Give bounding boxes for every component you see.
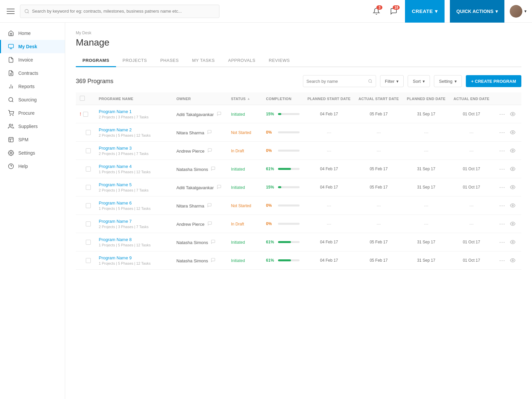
sidebar-item-home[interactable]: Home — [0, 27, 65, 40]
sidebar-item-procure[interactable]: Procure — [0, 106, 65, 120]
row-more-actions-button[interactable]: ⋯ — [497, 256, 507, 265]
sidebar-item-spm[interactable]: SPM — [0, 133, 65, 146]
row-view-button[interactable] — [508, 183, 517, 192]
create-program-button[interactable]: + CREATE PROGRAM — [466, 75, 521, 87]
setting-button[interactable]: Setting ▾ — [434, 75, 462, 87]
search-name-icon — [368, 79, 372, 83]
svg-point-24 — [512, 205, 513, 206]
program-name-link[interactable]: Program Name 1 — [99, 109, 132, 114]
tab-my_tasks[interactable]: MY TASKS — [186, 55, 221, 67]
row-checkbox[interactable] — [86, 167, 91, 172]
sidebar-item-invoice[interactable]: Invoice — [0, 53, 65, 66]
quick-actions-button[interactable]: QUICK ACTIONS ▾ — [450, 0, 504, 23]
row-checkbox[interactable] — [86, 240, 91, 245]
row-more-actions-button[interactable]: ⋯ — [497, 146, 507, 155]
row-view-button[interactable] — [508, 201, 517, 210]
row-more-actions-button[interactable]: ⋯ — [497, 183, 507, 192]
svg-point-11 — [10, 115, 11, 116]
planned-start-value: --- — [308, 203, 351, 208]
actual-start-cell: --- — [354, 123, 403, 142]
row-warning-cell: ! — [76, 105, 95, 123]
row-more-actions-button[interactable]: ⋯ — [497, 237, 507, 247]
program-name-link[interactable]: Program Name 9 — [99, 255, 132, 260]
global-search-input[interactable] — [32, 9, 215, 14]
filter-button[interactable]: Filter ▾ — [380, 75, 404, 87]
program-name-link[interactable]: Program Name 3 — [99, 146, 132, 151]
row-checkbox[interactable] — [86, 221, 91, 226]
comment-icon[interactable] — [216, 111, 222, 116]
global-search-box[interactable] — [20, 5, 219, 18]
row-checkbox[interactable] — [86, 203, 91, 208]
row-more-actions-button[interactable]: ⋯ — [497, 201, 507, 210]
row-view-button[interactable] — [508, 128, 517, 137]
messages-button[interactable]: 18 — [388, 5, 400, 17]
program-name-link[interactable]: Program Name 4 — [99, 164, 132, 169]
comment-icon[interactable] — [207, 129, 212, 135]
row-view-button[interactable] — [508, 256, 517, 265]
row-checkbox[interactable] — [86, 148, 91, 153]
table-row: Program Name 7 2 Projects | 3 Phases | 7… — [76, 215, 521, 233]
setting-chevron-icon: ▾ — [455, 79, 457, 84]
program-name-link[interactable]: Program Name 2 — [99, 127, 132, 132]
program-name-link[interactable]: Program Name 6 — [99, 200, 132, 205]
sidebar: Home My Desk Invoice Contracts Reports S… — [0, 23, 65, 399]
comment-icon[interactable] — [210, 166, 216, 171]
row-view-button[interactable] — [508, 237, 517, 247]
actual-end-cell: 01 Oct 17 — [450, 233, 493, 251]
search-name-box[interactable] — [303, 75, 376, 87]
row-checkbox[interactable] — [86, 258, 91, 263]
table-toolbar: 369 Programs Filter ▾ Sort ▾ Setting — [76, 75, 521, 87]
comment-icon[interactable] — [216, 184, 222, 190]
tab-phases[interactable]: PHASES — [154, 55, 186, 67]
comment-icon[interactable] — [207, 202, 212, 208]
search-name-input[interactable] — [307, 79, 368, 84]
program-name-cell: Program Name 9 1 Projects | 5 Phases | 1… — [95, 251, 172, 270]
owner-name: Aditi Takalgavankar — [176, 185, 214, 190]
tab-approvals[interactable]: APPROVALS — [221, 55, 262, 67]
row-more-actions-button[interactable]: ⋯ — [497, 128, 507, 137]
comment-icon[interactable] — [210, 239, 216, 244]
tab-programs[interactable]: PROGRAMS — [76, 55, 116, 67]
row-view-button[interactable] — [508, 109, 517, 119]
tab-reviews[interactable]: REVIEWS — [262, 55, 296, 67]
sidebar-item-suppliers[interactable]: Suppliers — [0, 120, 65, 133]
select-all-checkbox[interactable] — [80, 96, 85, 101]
row-actions: ⋯ — [497, 164, 517, 174]
row-more-actions-button[interactable]: ⋯ — [497, 219, 507, 228]
create-button[interactable]: CREATE ▾ — [405, 0, 444, 23]
status-badge: In Draft — [231, 222, 244, 226]
suppliers-icon — [8, 123, 14, 130]
sidebar-item-reports[interactable]: Reports — [0, 80, 65, 93]
actual-start-cell: --- — [354, 197, 403, 215]
comment-icon[interactable] — [210, 257, 216, 263]
sort-button[interactable]: Sort ▾ — [408, 75, 430, 87]
row-checkbox[interactable] — [86, 130, 91, 135]
sidebar-item-help[interactable]: Help — [0, 160, 65, 173]
sidebar-item-mydesk[interactable]: My Desk — [0, 40, 65, 53]
hamburger-menu[interactable] — [5, 6, 16, 17]
row-more-actions-button[interactable]: ⋯ — [497, 164, 507, 174]
status-cell: Initiated — [227, 251, 262, 270]
actual-end-value: 01 Oct 17 — [454, 258, 489, 263]
row-view-button[interactable] — [508, 146, 517, 155]
program-name-link[interactable]: Program Name 7 — [99, 219, 132, 224]
notifications-button[interactable]: 3 — [370, 5, 382, 17]
sidebar-label-home: Home — [18, 31, 31, 36]
program-name-link[interactable]: Program Name 8 — [99, 237, 132, 242]
sidebar-item-sourcing[interactable]: Sourcing — [0, 93, 65, 106]
row-view-button[interactable] — [508, 164, 517, 174]
tab-projects[interactable]: PROJECTS — [116, 55, 154, 67]
actual-start-cell: 05 Feb 17 — [354, 178, 403, 197]
row-more-actions-button[interactable]: ⋯ — [497, 109, 507, 119]
row-view-button[interactable] — [508, 219, 517, 228]
sidebar-item-settings[interactable]: Settings — [0, 146, 65, 160]
sidebar-item-contracts[interactable]: Contracts — [0, 66, 65, 80]
actual-end-cell: 01 Oct 17 — [450, 251, 493, 270]
comment-icon[interactable] — [207, 221, 212, 226]
comment-icon[interactable] — [207, 148, 212, 153]
program-name-link[interactable]: Program Name 5 — [99, 182, 132, 187]
row-checkbox[interactable] — [83, 112, 88, 117]
planned-start-cell: --- — [304, 197, 355, 215]
user-avatar-area[interactable]: ▾ — [510, 5, 527, 18]
row-checkbox[interactable] — [86, 185, 91, 190]
